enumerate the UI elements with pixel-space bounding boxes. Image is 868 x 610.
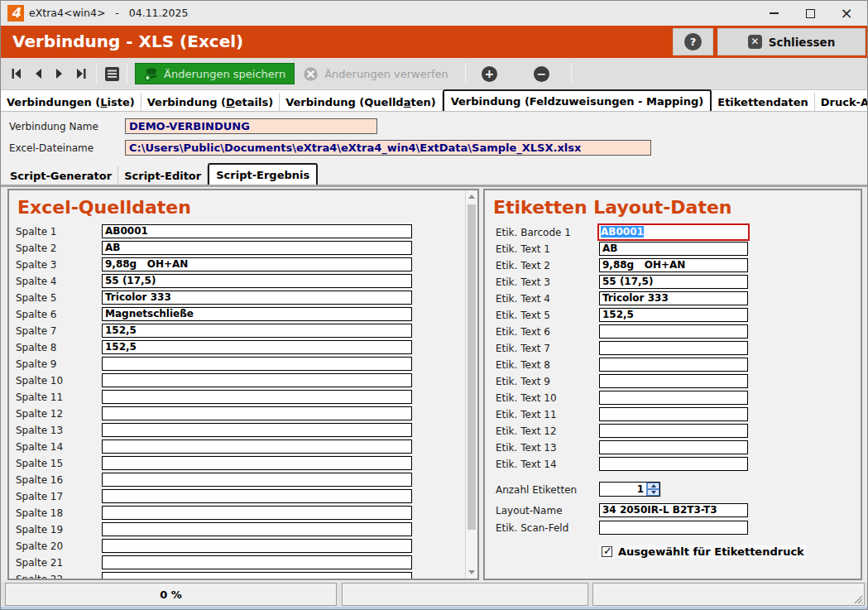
barcode-label: Etik. Barcode 1	[496, 227, 571, 238]
spalte-input[interactable]: 152,5	[102, 324, 412, 338]
spalte-input[interactable]	[102, 473, 412, 487]
spalte-input[interactable]	[102, 390, 412, 404]
scan-field-input[interactable]	[599, 521, 748, 535]
anzahl-value: 1	[637, 483, 644, 495]
spalte-label: Spalte 18	[16, 507, 63, 519]
nav-first-button[interactable]	[6, 63, 27, 84]
etik-text-input[interactable]	[599, 324, 748, 339]
spalte-input[interactable]	[102, 489, 412, 503]
spalte-input[interactable]: 9,88g OH+AN	[102, 257, 412, 271]
help-button[interactable]: ?	[673, 28, 713, 55]
etik-text-input[interactable]: Tricolor 333	[599, 291, 748, 305]
etik-text-input[interactable]	[599, 424, 748, 438]
etik-text-input[interactable]	[599, 391, 748, 405]
etik-text-input[interactable]	[599, 374, 748, 388]
spinner-up-button[interactable]	[647, 483, 659, 489]
tab-accesskey: L	[100, 96, 107, 108]
window-close-button[interactable]: ×	[829, 1, 864, 26]
etik-text-input[interactable]	[599, 358, 748, 372]
list-view-button[interactable]	[101, 63, 122, 84]
scroll-down-button[interactable]	[466, 566, 477, 579]
nav-last-icon	[75, 68, 87, 79]
spalte-input[interactable]: 152,5	[102, 340, 412, 354]
spalte-input[interactable]: AB0001	[102, 224, 412, 238]
excel-filename-input[interactable]: C:\Users\Public\Documents\eXtra4\eXtra4_…	[125, 140, 651, 156]
etik-text-row: Etik. Text 7	[485, 341, 861, 358]
schliessen-button[interactable]: ✕ Schliessen	[717, 28, 866, 55]
status-box-2	[342, 583, 588, 606]
tab-label: iste)	[108, 96, 135, 108]
anzahl-input[interactable]: 1	[599, 482, 660, 497]
spalte-input[interactable]	[102, 572, 412, 580]
spalte-input[interactable]: Tricolor 333	[102, 291, 412, 305]
connection-name-input[interactable]: DEMO-VERBINDUNG	[125, 118, 377, 134]
nav-next-button[interactable]	[49, 63, 70, 84]
spalte-row: Spalte 4 55 (17,5)	[9, 274, 477, 291]
spalte-input[interactable]	[102, 423, 412, 437]
tab-label: Druck-Aufträge	[821, 96, 868, 108]
etik-text-label: Etik. Text 8	[496, 359, 550, 371]
connection-name-label: Verbindung Name	[9, 121, 98, 132]
main-tab[interactable]: Verbindungen (Liste)	[1, 93, 141, 111]
chevron-down-icon	[468, 570, 475, 574]
etik-text-input[interactable]: AB	[599, 242, 748, 256]
spalte-label: Spalte 12	[16, 408, 63, 420]
main-tab[interactable]: Verbindung (Details)	[141, 93, 280, 111]
etik-text-input[interactable]	[599, 341, 748, 355]
main-tab[interactable]: Verbindung (Quelldaten)	[280, 93, 443, 111]
spalte-input[interactable]	[102, 555, 412, 569]
script-tab-bar: Script-Generator Script-Editor Script-Er…	[4, 165, 318, 185]
nav-prev-button[interactable]	[27, 63, 49, 84]
spalte-input[interactable]	[102, 522, 412, 536]
scan-field-row: Etik. Scan-Feld	[485, 521, 861, 537]
spalte-input[interactable]	[102, 357, 412, 371]
add-button[interactable]: +	[482, 66, 497, 82]
etik-text-input[interactable]	[599, 440, 748, 454]
discard-changes-button[interactable]: Änderungen verwerfen	[295, 63, 457, 84]
etik-text-row: Etik. Text 2 9,88g OH+AN	[485, 258, 861, 275]
etik-text-input[interactable]	[599, 407, 748, 421]
anzahl-row: Anzahl Etiketten 1	[485, 482, 861, 498]
maximize-button[interactable]	[793, 1, 827, 26]
spalte-label: Spalte 6	[16, 309, 56, 320]
checkbox-checked-icon[interactable]: ✓	[602, 546, 612, 557]
toolbar-separator	[96, 64, 97, 84]
spalte-input[interactable]	[102, 439, 412, 454]
spalte-input[interactable]: 55 (17,5)	[102, 274, 412, 288]
etik-text-input[interactable]: 55 (17,5)	[599, 275, 748, 289]
spalte-input[interactable]: Magnetschließe	[102, 307, 412, 321]
main-tab[interactable]: Verbindung (Feldzuweisungen - Mapping)	[443, 89, 712, 111]
spalte-input[interactable]	[102, 373, 412, 387]
save-changes-button[interactable]: Änderungen speichern	[135, 63, 295, 84]
script-tab[interactable]: Script-Generator	[4, 166, 118, 185]
etik-text-input[interactable]: 152,5	[599, 308, 748, 322]
close-x-icon: ✕	[748, 35, 762, 49]
etik-text-input[interactable]: 9,88g OH+AN	[599, 258, 748, 272]
script-tab[interactable]: Script-Editor	[118, 166, 208, 185]
spalte-row: Spalte 7 152,5	[9, 324, 477, 340]
tab-label: ten)	[410, 96, 435, 108]
main-tab[interactable]: Etikettendaten	[712, 93, 815, 111]
nav-last-button[interactable]	[70, 63, 92, 84]
remove-button[interactable]: −	[534, 66, 549, 82]
spalte-label: Spalte 11	[16, 391, 63, 403]
etik-text-input[interactable]	[599, 457, 748, 471]
minimize-button[interactable]	[756, 1, 791, 26]
spalte-input[interactable]	[102, 406, 412, 420]
scroll-up-button[interactable]	[466, 190, 477, 203]
scrollbar-thumb[interactable]	[468, 204, 476, 530]
barcode-input[interactable]: AB0001	[597, 223, 750, 241]
anzahl-label: Anzahl Etiketten	[496, 484, 577, 496]
print-select-checkbox-row[interactable]: ✓ Ausgewählt für Etikettendruck	[599, 545, 807, 559]
spalte-input[interactable]: AB	[102, 241, 412, 255]
spalte-input[interactable]	[102, 539, 412, 553]
main-tab[interactable]: Druck-Aufträge	[815, 93, 868, 111]
script-tab[interactable]: Script-Ergebnis	[208, 163, 318, 185]
resize-grip-icon[interactable]	[852, 593, 863, 604]
spalte-input[interactable]	[102, 506, 412, 520]
left-panel-scrollbar[interactable]	[465, 190, 477, 579]
layout-name-input[interactable]: 34 2050IR-L B2T3-T3	[599, 503, 748, 517]
spinner-down-button[interactable]	[647, 489, 659, 496]
etik-text-row: Etik. Text 8	[485, 358, 861, 374]
spalte-input[interactable]	[102, 456, 412, 470]
